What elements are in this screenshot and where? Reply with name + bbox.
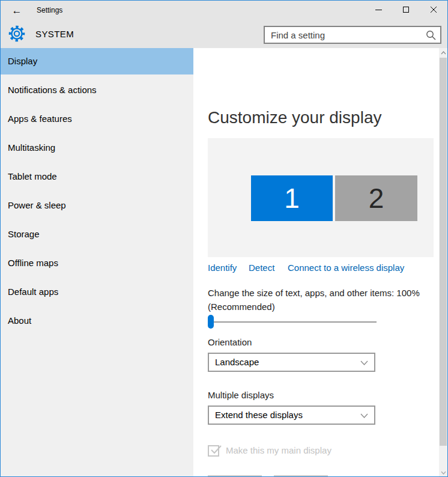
- sidebar-item-notifications[interactable]: Notifications & actions: [1, 77, 193, 103]
- multiple-displays-dropdown[interactable]: Extend these displays: [208, 406, 375, 425]
- sidebar-item-storage[interactable]: Storage: [1, 221, 193, 248]
- settings-window: ← Settings SYSTEM: [0, 0, 448, 477]
- close-button[interactable]: [420, 1, 447, 19]
- display-2-rect[interactable]: 2: [335, 175, 417, 221]
- detect-link[interactable]: Detect: [249, 263, 274, 273]
- gear-icon: [8, 25, 25, 42]
- scaling-slider[interactable]: [208, 314, 377, 329]
- display-preview-panel: 1 2: [208, 138, 434, 257]
- multiple-displays-value: Extend these displays: [215, 410, 303, 420]
- window-title: Settings: [37, 6, 62, 14]
- sidebar-item-display[interactable]: Display: [1, 48, 193, 74]
- identify-link[interactable]: Identify: [208, 263, 237, 273]
- close-icon: [430, 6, 437, 13]
- chevron-up-icon: [441, 51, 446, 55]
- orientation-value: Landscape: [215, 357, 259, 367]
- search-icon[interactable]: [426, 30, 436, 40]
- scrollbar[interactable]: [439, 48, 447, 477]
- scroll-up-button[interactable]: [439, 48, 447, 57]
- slider-track[interactable]: [208, 321, 377, 323]
- back-arrow-icon: ←: [12, 5, 22, 16]
- scaling-label: Change the size of text, apps, and other…: [208, 286, 438, 314]
- scroll-down-button[interactable]: [439, 468, 447, 477]
- minimize-button[interactable]: [365, 1, 392, 19]
- sidebar-item-multitasking[interactable]: Multitasking: [1, 135, 193, 161]
- sidebar-nav: Display Notifications & actions Apps & f…: [1, 48, 193, 477]
- header: ← Settings SYSTEM: [1, 1, 447, 48]
- slider-thumb[interactable]: [208, 315, 214, 329]
- sidebar-item-power-sleep[interactable]: Power & sleep: [1, 192, 193, 219]
- orientation-label: Orientation: [208, 337, 252, 347]
- search-input[interactable]: [265, 27, 440, 43]
- minimize-icon: [375, 10, 382, 10]
- back-button[interactable]: ←: [8, 3, 26, 19]
- chevron-down-icon: [360, 360, 368, 365]
- sidebar-item-offline-maps[interactable]: Offline maps: [1, 250, 193, 276]
- main-display-checkbox-label: Make this my main display: [226, 445, 331, 455]
- connect-wireless-link[interactable]: Connect to a wireless display: [288, 263, 404, 273]
- maximize-button[interactable]: [392, 1, 420, 19]
- display-1-rect[interactable]: 1: [251, 175, 333, 221]
- sidebar-item-tablet-mode[interactable]: Tablet mode: [1, 163, 193, 190]
- search-box: [264, 26, 441, 44]
- main-content: Customize your display 1 2 Identify Dete…: [193, 48, 438, 477]
- maximize-icon: [403, 7, 409, 13]
- multiple-displays-label: Multiple displays: [208, 390, 274, 400]
- chevron-down-icon: [360, 413, 368, 418]
- sidebar-item-default-apps[interactable]: Default apps: [1, 279, 193, 305]
- sidebar-item-apps-features[interactable]: Apps & features: [1, 106, 193, 132]
- orientation-dropdown[interactable]: Landscape: [208, 353, 375, 372]
- checkmark-icon: [210, 445, 222, 455]
- main-display-checkbox[interactable]: [208, 445, 219, 457]
- chevron-down-icon: [441, 471, 446, 475]
- main-heading: Customize your display: [208, 108, 381, 127]
- sidebar-item-about[interactable]: About: [1, 308, 193, 334]
- page-title: SYSTEM: [35, 29, 74, 39]
- scrollbar-thumb[interactable]: [440, 58, 447, 446]
